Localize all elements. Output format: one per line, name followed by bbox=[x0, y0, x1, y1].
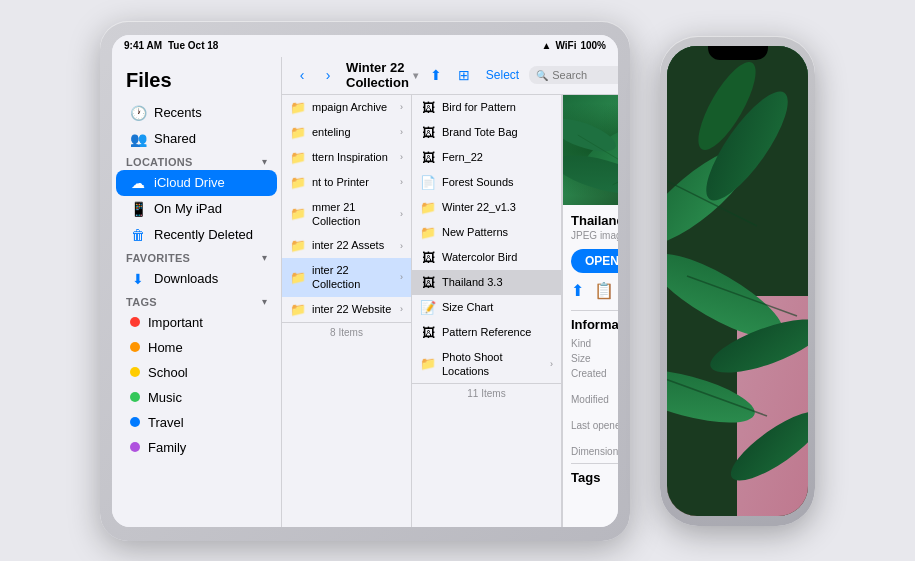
file-name: inter 22 Assets bbox=[312, 238, 394, 252]
search-box: 🔍 bbox=[529, 66, 618, 84]
file-name: inter 22 Collection bbox=[312, 263, 394, 292]
info-row-size: Size 5 MB bbox=[571, 353, 618, 364]
list-item[interactable]: 🖼 Brand Tote Bag bbox=[412, 120, 561, 145]
sidebar-tag-travel[interactable]: Travel bbox=[116, 410, 277, 435]
sidebar-item-recently-deleted[interactable]: 🗑 Recently Deleted bbox=[116, 222, 277, 248]
list-item[interactable]: 📁 nt to Printer › bbox=[282, 170, 411, 195]
tag-dot-home bbox=[130, 342, 140, 352]
info-row-last-opened: Last opened October 16, 2022 at 1:24 PM bbox=[571, 420, 618, 442]
list-item[interactable]: 📁 enteling › bbox=[282, 120, 411, 145]
sidebar-item-recents[interactable]: 🕐 Recents bbox=[116, 100, 277, 126]
list-item[interactable]: 📁 inter 22 Collection › bbox=[282, 258, 411, 297]
list-item[interactable]: 🖼 Bird for Pattern bbox=[412, 95, 561, 120]
info-row-kind: Kind JPEG image bbox=[571, 338, 618, 349]
divider-2 bbox=[571, 463, 618, 464]
column1-footer: 8 Items bbox=[282, 322, 411, 342]
item-chevron: › bbox=[400, 209, 403, 219]
list-item[interactable]: 📁 New Patterns bbox=[412, 220, 561, 245]
status-bar: 9:41 AM Tue Oct 18 ▲ WiFi 100% bbox=[112, 35, 618, 57]
file-name: mpaign Archive bbox=[312, 100, 394, 114]
image-icon: 🖼 bbox=[420, 325, 436, 340]
kind-label: Kind bbox=[571, 338, 618, 349]
select-button[interactable]: Select bbox=[480, 65, 525, 85]
locations-section-header: Locations ▾ bbox=[112, 152, 281, 170]
search-icon: 🔍 bbox=[536, 70, 548, 81]
list-item[interactable]: 📄 Forest Sounds bbox=[412, 170, 561, 195]
back-button[interactable]: ‹ bbox=[290, 63, 314, 87]
tag-school-label: School bbox=[148, 365, 188, 380]
sidebar-deleted-label: Recently Deleted bbox=[154, 227, 253, 242]
list-item[interactable]: 📁 ttern Inspiration › bbox=[282, 145, 411, 170]
list-item[interactable]: 📁 Winter 22_v1.3 bbox=[412, 195, 561, 220]
item-chevron: › bbox=[550, 359, 553, 369]
modified-label: Modified bbox=[571, 394, 618, 416]
sidebar-downloads-label: Downloads bbox=[154, 271, 218, 286]
list-item[interactable]: 📝 Size Chart bbox=[412, 295, 561, 320]
folder-icon: 📁 bbox=[290, 175, 306, 190]
tag-important-label: Important bbox=[148, 315, 203, 330]
battery-icon: 100% bbox=[580, 40, 606, 51]
sidebar-item-shared[interactable]: 👥 Shared bbox=[116, 126, 277, 152]
breadcrumb: Winter 22 Collection ▾ bbox=[346, 60, 418, 90]
recents-icon: 🕐 bbox=[130, 105, 146, 121]
tags-section-header: Tags ▾ bbox=[112, 292, 281, 310]
leaf-illustration bbox=[563, 95, 618, 205]
list-item[interactable]: 🖼 Watercolor Bird bbox=[412, 245, 561, 270]
list-item[interactable]: 📁 inter 22 Assets › bbox=[282, 233, 411, 258]
list-item[interactable]: 🖼 Fern_22 bbox=[412, 145, 561, 170]
copy-icon[interactable]: 📋 bbox=[594, 281, 614, 300]
preview-info: Thailand 3.3.JPG JPEG image · 5 MB OPEN … bbox=[563, 205, 618, 527]
shared-icon: 👥 bbox=[130, 131, 146, 147]
image-icon: 🖼 bbox=[420, 250, 436, 265]
last-opened-label: Last opened bbox=[571, 420, 618, 442]
sidebar-tag-home[interactable]: Home bbox=[116, 335, 277, 360]
list-item-selected[interactable]: 🖼 Thailand 3.3 bbox=[412, 270, 561, 295]
item-chevron: › bbox=[400, 152, 403, 162]
divider bbox=[571, 310, 618, 311]
folder-icon: 📁 bbox=[420, 200, 436, 215]
notch bbox=[708, 46, 768, 60]
list-item[interactable]: 🖼 Pattern Reference bbox=[412, 320, 561, 345]
sidebar-item-onmyipad[interactable]: 📱 On My iPad bbox=[116, 196, 277, 222]
signal-icon: ▲ bbox=[542, 40, 552, 51]
sidebar: Files 🕐 Recents 👥 Shared Locations ▾ ☁ i… bbox=[112, 57, 282, 527]
created-label: Created bbox=[571, 368, 618, 390]
preview-filename: Thailand 3.3.JPG bbox=[571, 213, 618, 228]
list-item[interactable]: 📁 mpaign Archive › bbox=[282, 95, 411, 120]
sidebar-title: Files bbox=[112, 65, 281, 100]
sidebar-tag-school[interactable]: School bbox=[116, 360, 277, 385]
folder-icon: 📁 bbox=[290, 302, 306, 317]
file-name: nt to Printer bbox=[312, 175, 394, 189]
file-name: Brand Tote Bag bbox=[442, 125, 553, 139]
sidebar-item-icloud[interactable]: ☁ iCloud Drive bbox=[116, 170, 277, 196]
tags-label: Tags bbox=[126, 296, 157, 308]
ipad-screen: 9:41 AM Tue Oct 18 ▲ WiFi 100% Files 🕐 R… bbox=[112, 35, 618, 527]
search-input[interactable] bbox=[552, 69, 618, 81]
sidebar-recents-label: Recents bbox=[154, 105, 202, 120]
main-panel: ‹ › Winter 22 Collection ▾ ⬆ ⊞ Select 🔍 bbox=[282, 57, 618, 527]
preview-open-button[interactable]: OPEN bbox=[571, 249, 618, 273]
image-icon: 🖼 bbox=[420, 150, 436, 165]
folder-icon: 📁 bbox=[290, 150, 306, 165]
folder-icon: 📁 bbox=[420, 356, 436, 371]
list-item[interactable]: 📁 mmer 21 Collection › bbox=[282, 195, 411, 234]
file-name: Winter 22_v1.3 bbox=[442, 200, 553, 214]
list-item[interactable]: 📁 Photo Shoot Locations › bbox=[412, 345, 561, 384]
status-time: 9:41 AM bbox=[124, 40, 162, 51]
sidebar-tag-music[interactable]: Music bbox=[116, 385, 277, 410]
view-toggle-button[interactable]: ⊞ bbox=[452, 63, 476, 87]
share-button[interactable]: ⬆ bbox=[424, 63, 448, 87]
sidebar-item-downloads[interactable]: ⬇ Downloads bbox=[116, 266, 277, 292]
sidebar-shared-label: Shared bbox=[154, 131, 196, 146]
file-name: Forest Sounds bbox=[442, 175, 553, 189]
forward-button[interactable]: › bbox=[316, 63, 340, 87]
item-chevron: › bbox=[400, 241, 403, 251]
preview-filetype: JPEG image · 5 MB bbox=[571, 230, 618, 241]
sidebar-tag-family[interactable]: Family bbox=[116, 435, 277, 460]
sidebar-tag-important[interactable]: Important bbox=[116, 310, 277, 335]
list-item[interactable]: 📁 inter 22 Website › bbox=[282, 297, 411, 322]
share-icon[interactable]: ⬆ bbox=[571, 281, 584, 300]
tag-family-label: Family bbox=[148, 440, 186, 455]
preview-panel: Thailand 3.3.JPG JPEG image · 5 MB OPEN … bbox=[562, 95, 618, 527]
file-name: Photo Shoot Locations bbox=[442, 350, 544, 379]
